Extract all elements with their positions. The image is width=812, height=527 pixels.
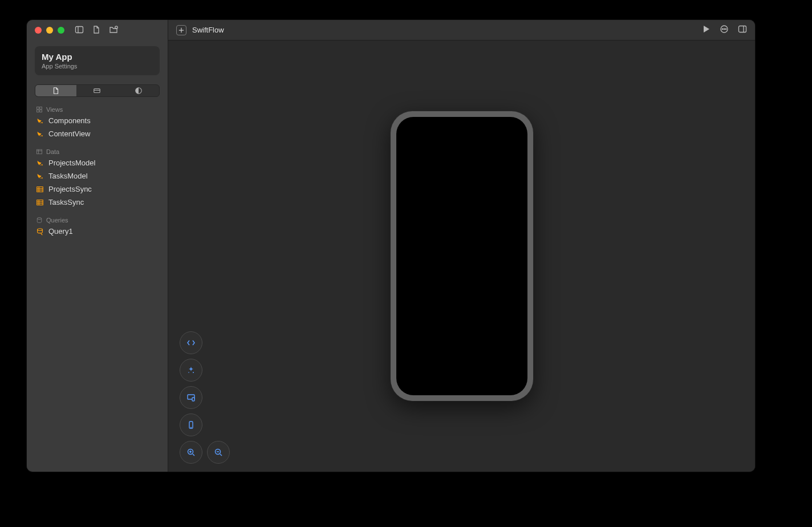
- more-icon[interactable]: [720, 25, 729, 35]
- svg-rect-0: [76, 26, 83, 33]
- traffic-lights: [35, 27, 64, 34]
- svg-rect-29: [739, 26, 746, 33]
- app-settings-card[interactable]: My App App Settings: [35, 46, 160, 75]
- svg-line-42: [220, 454, 222, 456]
- sidebar-toggle-icon[interactable]: [75, 25, 84, 36]
- table-icon: [36, 198, 44, 206]
- sidebar-item-label: TasksModel: [48, 172, 88, 180]
- svg-point-22: [38, 228, 43, 230]
- data-icon: [36, 148, 43, 155]
- tool-screen[interactable]: [180, 386, 202, 409]
- sidebar-item-taskssync[interactable]: TasksSync: [30, 196, 164, 209]
- sidebar-item-contentview[interactable]: ContentView: [30, 127, 164, 140]
- section-header-views: Views: [30, 103, 164, 114]
- section-label: Views: [46, 106, 63, 113]
- tool-magic[interactable]: [180, 359, 202, 382]
- swift-icon: [36, 172, 44, 180]
- segment-ui[interactable]: [76, 85, 117, 96]
- sidebar-item-components[interactable]: Components: [30, 114, 164, 127]
- svg-rect-13: [37, 187, 43, 192]
- section-header-data: Data: [30, 145, 164, 156]
- tool-zoom-in[interactable]: [180, 441, 202, 464]
- svg-rect-17: [37, 200, 43, 205]
- section-label: Queries: [46, 217, 68, 224]
- svg-rect-34: [192, 398, 194, 401]
- sidebar-item-query1[interactable]: Query1: [30, 225, 164, 238]
- views-icon: [36, 106, 43, 113]
- query-icon: [36, 228, 44, 236]
- table-icon: [36, 185, 44, 193]
- tool-zoom-out[interactable]: [207, 441, 230, 464]
- tool-device[interactable]: [180, 414, 202, 436]
- titlebar-left: [27, 20, 168, 40]
- app-subtitle: App Settings: [42, 63, 153, 70]
- app-title: My App: [42, 52, 153, 62]
- sidebar-tab-segment: [35, 84, 160, 97]
- svg-point-28: [725, 29, 726, 30]
- swift-icon: [36, 117, 44, 125]
- svg-rect-9: [40, 110, 42, 112]
- svg-line-38: [193, 454, 194, 456]
- sidebar-item-label: Query1: [48, 227, 73, 236]
- swift-icon: [36, 159, 44, 167]
- inspector-toggle-icon[interactable]: [738, 25, 747, 35]
- sidebar-item-tasksmodel[interactable]: TasksModel: [30, 169, 164, 183]
- sidebar-item-label: TasksSync: [48, 198, 84, 206]
- maximize-window-button[interactable]: [58, 27, 64, 34]
- segment-files[interactable]: [35, 85, 76, 96]
- main-area: SwiftFlow: [168, 20, 755, 472]
- svg-rect-7: [40, 107, 42, 110]
- device-screen: [396, 117, 527, 395]
- sidebar-item-label: ContentView: [48, 129, 90, 138]
- svg-point-21: [37, 218, 42, 220]
- titlebar-main: SwiftFlow: [168, 20, 755, 40]
- sidebar-item-label: Components: [48, 116, 91, 125]
- tool-code[interactable]: [180, 331, 202, 354]
- sidebar-item-label: ProjectsSync: [48, 185, 92, 193]
- play-icon[interactable]: [701, 25, 710, 35]
- folder-plus-icon[interactable]: [109, 25, 118, 36]
- svg-point-32: [188, 372, 189, 373]
- swift-icon: [36, 130, 44, 138]
- segment-theme[interactable]: [118, 85, 159, 96]
- sidebar-sections: Views Components ContentView Data Projec…: [27, 103, 168, 238]
- queries-icon: [36, 217, 43, 224]
- sidebar-item-label: ProjectsModel: [48, 159, 95, 167]
- svg-point-31: [193, 372, 194, 373]
- file-plus-icon[interactable]: [92, 25, 101, 36]
- sidebar: My App App Settings Views Compone: [27, 20, 168, 472]
- svg-point-26: [722, 29, 723, 30]
- svg-rect-8: [37, 110, 39, 112]
- svg-rect-6: [37, 107, 39, 110]
- section-label: Data: [46, 148, 59, 155]
- device-frame: [391, 111, 533, 401]
- new-tab-button[interactable]: [176, 25, 186, 35]
- canvas[interactable]: [168, 40, 755, 472]
- canvas-tools: [180, 331, 230, 464]
- close-window-button[interactable]: [35, 27, 42, 34]
- section-header-queries: Queries: [30, 213, 164, 225]
- sidebar-item-projectsmodel[interactable]: ProjectsModel: [30, 156, 164, 169]
- svg-rect-3: [94, 89, 100, 93]
- svg-rect-10: [37, 149, 42, 154]
- app-window: My App App Settings Views Compone: [27, 20, 755, 472]
- minimize-window-button[interactable]: [46, 27, 53, 34]
- sidebar-item-projectssync[interactable]: ProjectsSync: [30, 183, 164, 196]
- tab-title[interactable]: SwiftFlow: [192, 26, 224, 34]
- svg-point-27: [724, 29, 725, 30]
